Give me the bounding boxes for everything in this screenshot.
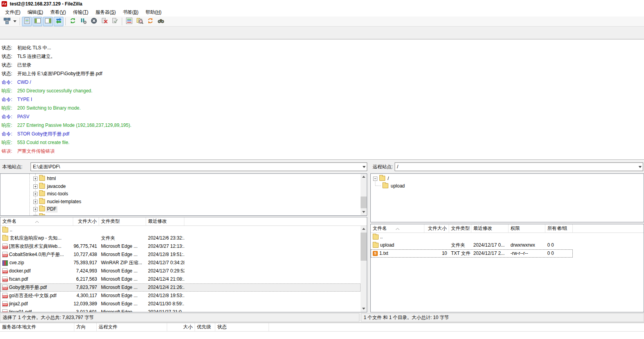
filter-button[interactable] xyxy=(124,17,134,26)
pdf-icon xyxy=(2,285,7,290)
file-type-cell: Microsoft Edge ... xyxy=(99,251,146,259)
menu-item-帮助[interactable]: 帮助(H) xyxy=(142,8,165,16)
file-name-cell: go语言圣经-中文版.pdf xyxy=(0,292,73,300)
file-perms-cell xyxy=(509,233,545,241)
pdf-icon xyxy=(2,301,7,307)
local-tree-item-nuclei-templates[interactable]: nuclei-templates xyxy=(0,198,367,206)
column-header-3[interactable]: 文件类型 xyxy=(99,217,146,225)
local-site-combobox[interactable]: E:\桌面\PDF\ xyxy=(31,162,367,171)
column-header-1[interactable]: 文件名 xyxy=(0,217,73,225)
file-row-..[interactable]: .. xyxy=(371,233,644,241)
file-modified-cell: 2024/12/4 21:26:... xyxy=(146,283,184,292)
refresh-button[interactable] xyxy=(68,17,78,26)
directory-comparison-button[interactable] xyxy=(135,17,144,26)
queue-column-header-6[interactable]: 状态 xyxy=(215,323,269,331)
menu-item-编辑[interactable]: 编辑(E) xyxy=(24,8,47,16)
file-row-1.txt[interactable]: 1.txt10TXT 文件2024/12/17 2...-rw-r--r--0 … xyxy=(371,249,644,258)
folder-icon xyxy=(39,184,45,189)
column-header-row: 文件名文件大小文件类型最近修改 xyxy=(0,217,367,226)
column-header-2[interactable]: 文件大小 xyxy=(424,224,449,233)
column-header-5[interactable]: 权限 xyxy=(509,224,545,233)
file-row-jinja2.pdf[interactable]: jinja2.pdf12,039,389Microsoft Edge ...20… xyxy=(0,300,361,308)
queue-column-header-2[interactable]: 方向 xyxy=(74,323,97,331)
process-queue-button[interactable] xyxy=(78,17,88,26)
file-row-linux01.pdf[interactable]: linux01.pdf3,012,601Microsoft Edge ...20… xyxy=(0,308,361,312)
cancel-operation-icon xyxy=(90,17,97,25)
txt-icon xyxy=(373,251,378,256)
toggle-log-view-button[interactable] xyxy=(22,17,32,26)
log-line-status: 状态:开始上传 E:\桌面\PDF\Goby使用手册.pdf xyxy=(0,69,644,78)
pdf-icon xyxy=(2,309,7,312)
log-line-error: 错误:严重文件传输错误 xyxy=(0,147,644,155)
toggle-local-tree-button[interactable] xyxy=(32,17,42,26)
expand-icon[interactable] xyxy=(33,215,38,216)
queue-column-header-1[interactable]: 服务器/本地文件 xyxy=(0,323,74,331)
local-file-list: 文件名文件大小文件类型最近修改..玄机应急响应wp - 先知...文件夹2024… xyxy=(0,217,367,312)
log-line-response: 响应:553 Could not create file. xyxy=(0,138,644,147)
file-row-CobaltStrike4.0用户手册...[interactable]: CobaltStrike4.0用户手册...10,727,438Microsof… xyxy=(0,251,361,259)
local-tree-item-misc-tools[interactable]: misc-tools xyxy=(0,190,367,198)
column-header-2[interactable]: 文件大小 xyxy=(73,217,99,225)
cancel-operation-button[interactable] xyxy=(89,17,99,26)
file-row-cve.zip[interactable]: cve.zip75,393,917WinRAR ZIP 压缩...2024/12… xyxy=(0,259,361,267)
file-row-玄机应急响应wp - 先知...[interactable]: 玄机应急响应wp - 先知...文件夹2024/12/6 23:32:... xyxy=(0,234,361,242)
local-tree-item-partial[interactable] xyxy=(0,213,367,216)
expand-icon[interactable] xyxy=(33,200,38,204)
local-list-scrollbar[interactable] xyxy=(361,226,367,312)
toggle-transfer-queue-button[interactable] xyxy=(54,17,63,26)
file-type-cell: Microsoft Edge ... xyxy=(99,292,146,300)
file-row-go语言圣经-中文版.pdf[interactable]: go语言圣经-中文版.pdf4,300,117Microsoft Edge ..… xyxy=(0,292,361,300)
expand-icon[interactable] xyxy=(33,184,38,189)
tree-item-label: html xyxy=(46,175,57,182)
site-manager-button[interactable] xyxy=(2,17,12,26)
file-row-fscan.pdf[interactable]: fscan.pdf6,217,563Microsoft Edge ...2024… xyxy=(0,275,361,283)
filter-icon xyxy=(126,17,133,25)
local-tree-scrollbar[interactable] xyxy=(361,174,367,215)
column-header-6[interactable]: 所有者/组 xyxy=(545,224,573,233)
menu-item-文件[interactable]: 文件(F) xyxy=(2,8,24,16)
remote-tree-item-upload[interactable]: upload xyxy=(371,182,644,190)
file-type-cell: 文件夹 xyxy=(449,241,471,249)
file-name-cell: Goby使用手册.pdf xyxy=(0,283,73,292)
file-size-cell: 7,823,797 xyxy=(73,283,99,292)
column-header-3[interactable]: 文件类型 xyxy=(449,224,471,233)
site-manager-dropdown-button[interactable] xyxy=(12,17,18,26)
chevron-down-icon xyxy=(639,166,642,168)
disconnect-button[interactable] xyxy=(99,17,109,26)
folder-icon xyxy=(39,206,45,211)
menu-item-服务器[interactable]: 服务器(S) xyxy=(92,8,119,16)
log-line-command: 命令:CWD / xyxy=(0,78,644,87)
toggle-remote-tree-button[interactable] xyxy=(43,17,53,26)
menu-item-传输[interactable]: 传输(T) xyxy=(69,8,92,16)
column-header-1[interactable]: 文件名 xyxy=(371,224,424,233)
column-header-4[interactable]: 最近修改 xyxy=(471,224,509,233)
local-tree-item-html[interactable]: html xyxy=(0,175,367,182)
toolbar xyxy=(0,16,644,27)
file-row-docker.pdf[interactable]: docker.pdf7,424,993Microsoft Edge ...202… xyxy=(0,267,361,275)
file-row-upload[interactable]: upload文件夹2024/12/17 0...drwxrwxrwx0 0 xyxy=(371,241,644,249)
remote-site-combobox[interactable]: / xyxy=(395,162,643,171)
file-row-..[interactable]: .. xyxy=(0,226,361,234)
folder-icon xyxy=(39,214,45,216)
file-row-[黑客攻防技术宝典Web...[interactable]: [黑客攻防技术宝典Web...96,775,741Microsoft Edge … xyxy=(0,242,361,251)
synchronized-browsing-button[interactable] xyxy=(145,17,155,26)
expand-icon[interactable] xyxy=(33,192,38,196)
file-row-Goby使用手册.pdf[interactable]: Goby使用手册.pdf7,823,797Microsoft Edge ...2… xyxy=(0,283,361,292)
file-type-cell: TXT 文件 xyxy=(449,249,471,258)
menu-item-查看[interactable]: 查看(V) xyxy=(47,8,69,16)
expand-icon[interactable] xyxy=(33,207,38,211)
column-header-4[interactable]: 最近修改 xyxy=(146,217,184,225)
local-tree-item-javacode[interactable]: javacode xyxy=(0,183,367,190)
local-tree-item-PDF[interactable]: PDF xyxy=(0,206,367,213)
find-files-button[interactable] xyxy=(156,17,166,26)
file-type-cell: Microsoft Edge ... xyxy=(99,242,146,251)
queue-column-header-5[interactable]: 优先级 xyxy=(195,323,215,331)
queue-column-header-4[interactable]: 大小 xyxy=(167,323,195,331)
remote-tree-item-root[interactable]: / xyxy=(371,175,644,182)
log-line-response: 响应:250 Directory successfully changed. xyxy=(0,87,644,95)
menu-item-书签[interactable]: 书签(B) xyxy=(119,8,142,16)
reconnect-button[interactable] xyxy=(110,17,120,26)
tree-item-label: misc-tools xyxy=(46,191,69,197)
expand-icon[interactable] xyxy=(33,177,38,181)
queue-column-header-3[interactable]: 远程文件 xyxy=(97,323,167,331)
